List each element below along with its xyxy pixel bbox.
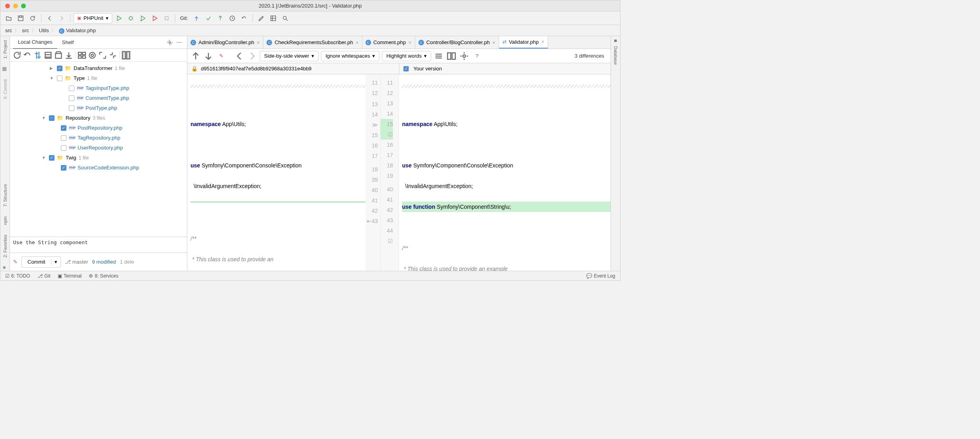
- rollback-icon[interactable]: [23, 51, 32, 60]
- tree-folder[interactable]: ▶✓📁DataTransformer1 file: [10, 63, 187, 73]
- tree-file[interactable]: ✓PHPSourceCodeExtension.php: [10, 163, 187, 173]
- branch-indicator[interactable]: ⎇master: [65, 259, 88, 265]
- editor-tab[interactable]: CController/BlogController.ph×: [415, 36, 499, 49]
- editor-tab[interactable]: CAdmin/BlogController.ph×: [187, 36, 263, 49]
- structure-tool-tab[interactable]: 7: Structure: [2, 182, 8, 209]
- collapse-icon[interactable]: ▼: [42, 116, 47, 120]
- tree-file[interactable]: ✓PHPPostRepository.php: [10, 123, 187, 133]
- coverage-icon[interactable]: [138, 13, 148, 23]
- preview-icon[interactable]: [121, 51, 131, 60]
- debug-icon[interactable]: [126, 13, 136, 23]
- git-tool[interactable]: ⎇Git: [37, 273, 51, 279]
- prev-diff-icon[interactable]: [191, 51, 201, 61]
- back-icon[interactable]: [45, 13, 55, 23]
- services-tool[interactable]: ⚙8: Services: [89, 273, 118, 279]
- viewer-mode-select[interactable]: Side-by-side viewer▾: [260, 51, 319, 61]
- forward-icon[interactable]: [247, 51, 257, 61]
- breadcrumb-item[interactable]: src: [22, 27, 29, 33]
- expand-icon[interactable]: ▶: [50, 66, 54, 70]
- gear-icon[interactable]: [166, 39, 173, 46]
- project-tool-tab[interactable]: 1: Project: [2, 38, 8, 61]
- collapse-icon[interactable]: ▼: [50, 76, 54, 80]
- editor-tab[interactable]: CCheckRequirementsSubscriber.ph×: [263, 36, 362, 49]
- show-icon[interactable]: [88, 51, 97, 60]
- checkbox[interactable]: [69, 105, 74, 111]
- close-icon[interactable]: ×: [492, 39, 495, 46]
- commit-message-input[interactable]: Use the String component: [10, 237, 187, 253]
- history-icon[interactable]: [227, 13, 237, 23]
- refresh-icon[interactable]: [12, 51, 22, 60]
- terminal-tool[interactable]: ▣Terminal: [58, 273, 82, 279]
- close-icon[interactable]: ×: [541, 39, 544, 45]
- rollback-icon[interactable]: [239, 13, 249, 23]
- collapse-unchanged-icon[interactable]: [434, 51, 444, 61]
- whitespace-select[interactable]: Ignore whitespaces▾: [321, 51, 379, 61]
- breadcrumb-item[interactable]: src: [5, 27, 12, 33]
- structure-icon[interactable]: [268, 13, 278, 23]
- checkbox[interactable]: ✓: [403, 66, 409, 72]
- changelist-icon[interactable]: [43, 51, 53, 60]
- profile-icon[interactable]: [150, 13, 160, 23]
- gear-icon[interactable]: [459, 51, 469, 61]
- open-icon[interactable]: [4, 13, 14, 23]
- editor-tab[interactable]: CComment.php×: [362, 36, 415, 49]
- checkbox[interactable]: [61, 135, 66, 141]
- help-icon[interactable]: ?: [472, 51, 482, 61]
- close-icon[interactable]: ×: [356, 39, 359, 46]
- search-icon[interactable]: [280, 13, 290, 23]
- push-icon[interactable]: [215, 13, 226, 23]
- forward-icon[interactable]: [56, 13, 67, 23]
- refresh-icon[interactable]: [27, 13, 38, 23]
- checkbox[interactable]: −: [49, 115, 54, 121]
- local-changes-tab[interactable]: Local Changes: [13, 36, 57, 49]
- breadcrumb-item[interactable]: Utils: [39, 27, 49, 33]
- highlight-select[interactable]: Highlight words▾: [382, 51, 431, 61]
- close-icon[interactable]: ×: [408, 39, 412, 46]
- shelf-tab[interactable]: Shelf: [57, 36, 79, 49]
- tree-folder[interactable]: ▼−📁Repository3 files: [10, 113, 187, 123]
- favorites-tool-tab[interactable]: 2: Favorites: [2, 232, 8, 260]
- chevron-down-icon[interactable]: ▾: [51, 259, 60, 265]
- unshelve-icon[interactable]: [64, 51, 74, 60]
- sync-scroll-icon[interactable]: [446, 51, 457, 61]
- collapse-icon[interactable]: [108, 51, 118, 60]
- commit-icon[interactable]: [203, 13, 214, 23]
- edit-icon[interactable]: ✎: [216, 51, 226, 61]
- back-icon[interactable]: [234, 51, 245, 61]
- checkbox[interactable]: ✓: [61, 165, 66, 171]
- checkbox[interactable]: [69, 95, 74, 101]
- tree-file[interactable]: PHPCommentType.php: [10, 93, 187, 103]
- stop-icon[interactable]: [161, 13, 172, 23]
- checkbox[interactable]: ✓: [49, 155, 54, 161]
- checkbox[interactable]: ✓: [57, 66, 62, 71]
- checkbox[interactable]: [69, 85, 74, 91]
- tree-folder[interactable]: ▼📁Type1 file: [10, 73, 187, 83]
- tree-file[interactable]: PHPTagsInputType.php: [10, 83, 187, 93]
- settings-icon[interactable]: [256, 13, 266, 23]
- diff-viewer[interactable]: namespace App\Utils; use Symfony\Compone…: [187, 74, 611, 271]
- commit-tool-tab[interactable]: 9: Commit: [2, 77, 8, 101]
- checkbox[interactable]: ✓: [61, 125, 66, 131]
- amend-icon[interactable]: ✎: [13, 259, 18, 265]
- breadcrumb-item[interactable]: CValidator.php: [59, 27, 96, 34]
- expand-icon[interactable]: [98, 51, 107, 60]
- update-icon[interactable]: [191, 13, 202, 23]
- close-icon[interactable]: ×: [257, 39, 260, 46]
- tree-file[interactable]: PHPPostType.php: [10, 103, 187, 113]
- tree-file[interactable]: PHPUserRepository.php: [10, 143, 187, 153]
- run-icon[interactable]: [114, 13, 124, 23]
- next-diff-icon[interactable]: [203, 51, 214, 61]
- diff-icon[interactable]: [33, 51, 43, 60]
- tree-folder[interactable]: ▼✓📁Twig1 file: [10, 153, 187, 163]
- event-log[interactable]: 💬Event Log: [586, 273, 615, 279]
- checkbox[interactable]: [57, 76, 62, 81]
- tree-file[interactable]: PHPTagRepository.php: [10, 133, 187, 143]
- checkbox[interactable]: [61, 145, 66, 151]
- npm-tool-tab[interactable]: npm: [2, 214, 8, 227]
- collapse-icon[interactable]: ▼: [42, 155, 47, 160]
- minimize-icon[interactable]: —: [177, 39, 184, 46]
- group-icon[interactable]: [77, 51, 87, 60]
- database-tool-tab[interactable]: Database: [612, 44, 619, 67]
- commit-button[interactable]: Commit▾: [21, 256, 61, 268]
- save-icon[interactable]: [16, 13, 26, 23]
